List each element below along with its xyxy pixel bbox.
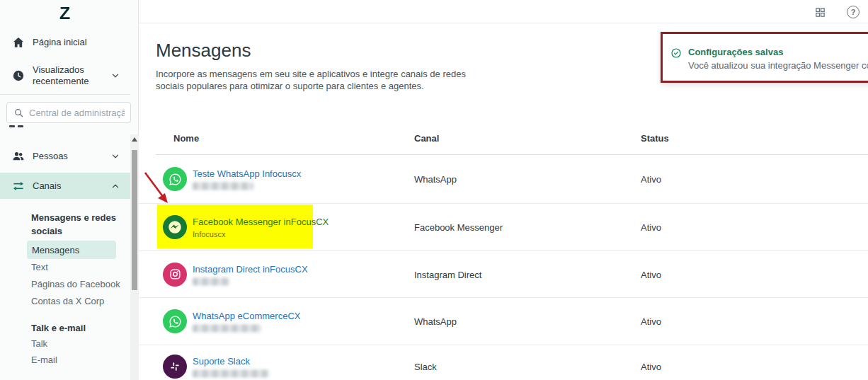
toast-message: Você atualizou sua integração Messenger … (688, 60, 868, 71)
main-content: ? Mensagens Incorpore as mensagens em se… (139, 0, 868, 380)
page-title: Mensagens (156, 40, 251, 62)
sidebar-item-email[interactable]: E-mail (31, 355, 57, 365)
channel-link[interactable]: Instagram Direct inFocusCX (193, 263, 308, 274)
sidebar-item-label: Canais (33, 180, 61, 192)
table-row[interactable]: Teste WhatsApp Infocuscx WhatsApp Ativo (139, 155, 868, 204)
admin-sidebar: Z Página inicial Visualizados recentemen… (0, 0, 139, 380)
admin-search[interactable] (6, 102, 131, 123)
sidebar-item-pessoas[interactable]: Pessoas (0, 145, 130, 168)
status-badge: Ativo (641, 362, 661, 372)
chevron-down-icon (110, 71, 120, 81)
status-badge: Ativo (641, 174, 661, 185)
channel-link[interactable]: Facebook Messenger inFocusCX (193, 217, 329, 227)
channel-link[interactable]: Suporte Slack (193, 356, 269, 367)
section-header-talk-email: Talk e e-mail (31, 321, 86, 335)
people-icon (11, 149, 25, 163)
sidebar-item-mensagens[interactable]: Mensagens (27, 241, 116, 259)
clock-icon (11, 69, 25, 83)
cell-channel: WhatsApp (414, 316, 457, 327)
help-icon[interactable]: ? (847, 6, 860, 18)
column-header-status: Status (641, 133, 669, 144)
redacted-subtitle (193, 370, 269, 378)
clipped-item-fragment (9, 125, 15, 127)
sidebar-item-label: Página inicial (33, 37, 87, 48)
status-badge: Ativo (641, 269, 661, 280)
chevron-up-icon (110, 181, 120, 191)
success-toast: Configurações salvas Você atualizou sua … (670, 47, 868, 71)
scrollbar-up-arrow[interactable] (130, 134, 139, 144)
sidebar-item-canais[interactable]: Canais (0, 173, 130, 199)
annotation-red-box: Configurações salvas Você atualizou sua … (661, 32, 868, 83)
whatsapp-icon (163, 167, 187, 191)
divider (0, 94, 130, 95)
scrollbar-thumb[interactable] (132, 150, 137, 290)
check-circle-icon (670, 47, 682, 59)
cell-channel: Slack (414, 362, 437, 372)
sidebar-item-home[interactable]: Página inicial (0, 34, 130, 51)
status-badge: Ativo (641, 316, 661, 327)
column-header-canal: Canal (414, 133, 439, 144)
toast-title: Configurações salvas (688, 47, 868, 57)
slack-icon (163, 355, 187, 379)
search-input[interactable] (29, 108, 125, 118)
sidebar-item-label: Pessoas (33, 151, 68, 162)
topbar: ? (139, 0, 868, 23)
sidebar-item-label: Mensagens (32, 245, 79, 255)
sidebar-item-label: Visualizados recentemente (33, 64, 101, 87)
instagram-icon (163, 263, 187, 287)
sidebar-item-text[interactable]: Text (31, 262, 48, 272)
sidebar-item-recent[interactable]: Visualizados recentemente (0, 62, 130, 89)
search-icon (13, 108, 24, 118)
section-header-messaging: Mensagens e redes sociais (31, 211, 123, 238)
whatsapp-icon (163, 309, 187, 333)
apps-grid-icon[interactable] (814, 6, 826, 18)
cell-channel: Facebook Messenger (414, 222, 503, 233)
chevron-down-icon (110, 151, 120, 161)
sidebar-item-paginas-facebook[interactable]: Páginas do Facebook (31, 279, 120, 289)
page-description: Incorpore as mensagens em seu site e apl… (156, 68, 466, 92)
redacted-subtitle (193, 183, 253, 190)
clipped-item-fragment (18, 125, 23, 127)
help-glyph: ? (851, 8, 856, 16)
channels-arrows-icon (11, 179, 25, 193)
status-badge: Ativo (641, 222, 661, 233)
sidebar-scrollbar[interactable] (130, 134, 139, 380)
channel-link[interactable]: WhatsApp eCommerceCX (193, 311, 300, 321)
sidebar-item-contas-xcorp[interactable]: Contas da X Corp (31, 296, 104, 306)
table-row[interactable]: WhatsApp eCommerceCX WhatsApp Ativo (139, 298, 868, 345)
cell-channel: Instagram Direct (414, 269, 481, 280)
messenger-icon (163, 215, 187, 239)
channel-subtitle: Infocuscx (193, 230, 329, 238)
redacted-subtitle (193, 277, 229, 285)
table-row[interactable]: Suporte Slack Slack Ativo (139, 345, 868, 380)
redacted-subtitle (193, 325, 261, 333)
table-row-highlighted[interactable]: Facebook Messenger inFocusCX Infocuscx F… (139, 204, 868, 251)
column-header-nome: Nome (173, 133, 199, 144)
table-row[interactable]: Instagram Direct inFocusCX Instagram Dir… (139, 251, 868, 298)
channel-link[interactable]: Teste WhatsApp Infocuscx (193, 168, 301, 179)
home-icon (11, 35, 25, 50)
cell-channel: WhatsApp (414, 174, 457, 185)
sidebar-item-talk[interactable]: Talk (31, 338, 47, 349)
zendesk-logo-icon[interactable]: Z (59, 4, 69, 23)
